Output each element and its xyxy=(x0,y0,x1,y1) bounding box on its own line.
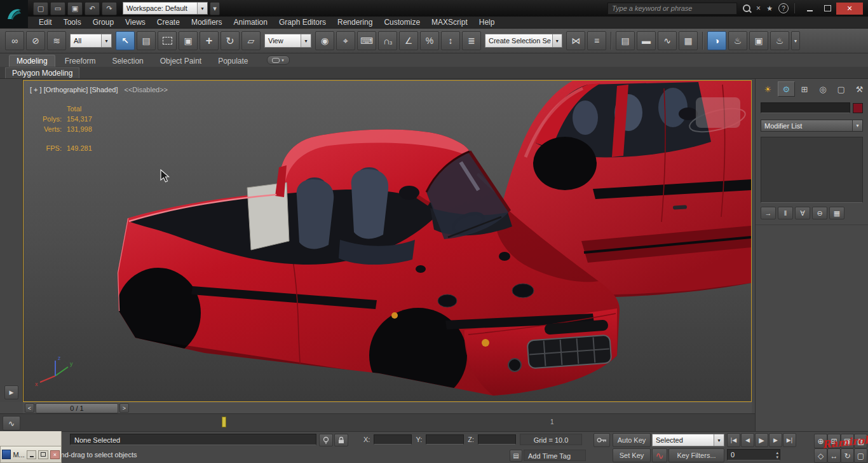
show-end-result-button[interactable]: ‖ xyxy=(778,207,793,219)
x-coordinate-field[interactable] xyxy=(374,434,412,445)
save-file-button[interactable]: ▣ xyxy=(67,2,83,15)
previous-frame-button[interactable]: ◀ xyxy=(741,433,754,447)
go-to-end-button[interactable]: ▶| xyxy=(783,433,796,447)
polygon-modeling-tab[interactable]: Polygon Modeling xyxy=(5,67,79,78)
angle-snap-button[interactable]: ∠ xyxy=(399,31,418,50)
unlink-selection-button[interactable]: ⊘ xyxy=(26,31,45,50)
open-file-button[interactable]: ▭ xyxy=(50,2,65,15)
select-and-manipulate-button[interactable]: ⌖ xyxy=(336,31,355,50)
tab-hierarchy[interactable]: ⊞ xyxy=(796,81,813,97)
tab-display[interactable]: ▢ xyxy=(832,81,850,97)
prompt-history-button[interactable]: ▤ xyxy=(510,450,522,462)
viewport-label[interactable]: [ + ] [Orthographic] [Shaded] xyxy=(30,86,118,93)
render-setup-button[interactable]: ♨ xyxy=(728,31,747,50)
frame-spinner-up-icon[interactable]: ▴ xyxy=(776,450,778,455)
favorites-star-icon[interactable]: ★ xyxy=(766,4,773,13)
named-selection-set-dropdown[interactable]: Create Selection Se ▾ xyxy=(485,34,562,48)
mini-minimize-button[interactable] xyxy=(27,450,36,459)
track-bar-key[interactable] xyxy=(222,417,226,427)
remove-modifier-button[interactable]: ⊖ xyxy=(812,207,827,219)
selection-lock-button[interactable] xyxy=(334,434,348,446)
menu-maxscript[interactable]: MAXScript xyxy=(426,17,473,28)
configure-modifier-sets-button[interactable]: ▦ xyxy=(829,207,844,219)
ribbon-tab-populate[interactable]: Populate xyxy=(211,55,255,67)
curve-editor-button[interactable]: ∿ xyxy=(658,31,677,50)
redo-button[interactable]: ↷ xyxy=(102,2,117,15)
bind-to-space-warp-button[interactable]: ≋ xyxy=(47,31,66,50)
isolate-selection-button[interactable] xyxy=(319,434,333,446)
minimize-button[interactable] xyxy=(801,3,818,15)
render-production-button[interactable]: ♨ xyxy=(770,31,789,50)
orbit-button[interactable]: ↻ xyxy=(841,448,854,463)
play-button[interactable]: ▶ xyxy=(755,433,768,447)
ribbon-tab-modeling[interactable]: Modeling xyxy=(9,55,55,67)
ribbon-toggle-button[interactable]: ▬ xyxy=(637,31,656,50)
add-time-tag-button[interactable]: Add Time Tag xyxy=(524,450,586,461)
z-coordinate-field[interactable] xyxy=(478,434,516,445)
menu-modifiers[interactable]: Modifiers xyxy=(186,17,228,28)
snap-toggle-button[interactable]: ∩ 3 xyxy=(378,31,397,50)
clear-search-icon[interactable]: × xyxy=(756,4,761,13)
workspace-flyout-button[interactable]: ▾ xyxy=(210,2,220,15)
frame-spinner-down-icon[interactable]: ▾ xyxy=(776,455,778,459)
new-file-button[interactable]: ▢ xyxy=(33,2,48,15)
align-button[interactable]: ≡ xyxy=(587,31,606,50)
tab-create[interactable]: ☀ xyxy=(759,81,776,97)
minimized-window-titlebar[interactable]: M... × xyxy=(0,446,62,463)
selection-filter-dropdown[interactable]: All ▾ xyxy=(70,34,112,48)
viewport[interactable]: [ + ] [Orthographic] [Shaded] <<Disabled… xyxy=(23,80,752,402)
menu-help[interactable]: Help xyxy=(473,17,501,28)
help-icon[interactable]: ? xyxy=(778,3,789,13)
current-frame-field[interactable]: 0 ▴ ▾ xyxy=(727,449,780,460)
select-and-move-button[interactable]: + xyxy=(200,31,219,50)
mini-close-button[interactable]: × xyxy=(50,450,60,459)
make-unique-button[interactable]: ∀ xyxy=(795,207,810,219)
maximize-viewport-button[interactable]: ▢ xyxy=(854,448,867,463)
select-by-name-button[interactable]: ▤ xyxy=(137,31,156,50)
menu-animation[interactable]: Animation xyxy=(228,17,273,28)
menu-tools[interactable]: Tools xyxy=(58,17,87,28)
reference-coordinate-dropdown[interactable]: View ▾ xyxy=(264,34,311,48)
ribbon-tab-selection[interactable]: Selection xyxy=(105,55,150,67)
layer-manager-button[interactable]: ▤ xyxy=(616,31,635,50)
tab-modify[interactable]: ⚙ xyxy=(778,81,795,97)
modifier-stack[interactable] xyxy=(761,137,863,203)
select-and-scale-button[interactable]: ▱ xyxy=(241,31,261,50)
object-name-field[interactable] xyxy=(761,102,850,113)
go-to-start-button[interactable]: |◀ xyxy=(727,433,740,447)
previous-frame-arrow[interactable]: < xyxy=(25,403,34,413)
pin-stack-button[interactable]: → xyxy=(761,207,776,219)
field-of-view-button[interactable]: ◇ xyxy=(814,448,827,463)
next-frame-arrow[interactable]: > xyxy=(119,403,129,413)
mini-curve-editor-button[interactable]: ∿ xyxy=(3,416,20,431)
set-key-mode-button[interactable] xyxy=(593,433,610,447)
spinner-snap-button[interactable]: ↕ xyxy=(441,31,460,50)
menu-graph-editors[interactable]: Graph Editors xyxy=(273,17,332,28)
mirror-button[interactable]: ⋈ xyxy=(566,31,585,50)
undo-button[interactable]: ↶ xyxy=(85,2,100,15)
search-input[interactable] xyxy=(607,3,737,15)
pan-button[interactable]: ↔ xyxy=(827,448,841,463)
material-editor-button[interactable]: ◑ xyxy=(707,31,726,50)
menu-rendering[interactable]: Rendering xyxy=(332,17,378,28)
menu-group[interactable]: Group xyxy=(87,17,119,28)
key-filters-button[interactable]: Key Filters... xyxy=(668,448,724,462)
modifier-list-dropdown[interactable]: Modifier List ▾ xyxy=(761,120,863,132)
select-and-link-button[interactable]: ∞ xyxy=(5,31,24,50)
app-logo[interactable] xyxy=(0,0,28,28)
select-and-rotate-button[interactable]: ↻ xyxy=(220,31,240,50)
schematic-view-button[interactable]: ▦ xyxy=(679,31,698,50)
time-slider-handle[interactable]: 0 / 1 xyxy=(36,403,118,413)
render-flyout-button[interactable]: ▾ xyxy=(791,31,800,50)
select-object-button[interactable]: ↖ xyxy=(116,31,135,50)
close-button[interactable]: × xyxy=(836,3,863,15)
search-icon[interactable] xyxy=(743,4,750,12)
menu-views[interactable]: Views xyxy=(119,17,151,28)
auto-key-button[interactable]: Auto Key xyxy=(613,433,651,447)
mini-restore-button[interactable] xyxy=(38,450,48,459)
track-bar[interactable]: ∿ 1 xyxy=(0,413,755,431)
next-frame-button[interactable]: ▶ xyxy=(769,433,782,447)
rendered-frame-window-button[interactable]: ▣ xyxy=(749,31,768,50)
percent-snap-button[interactable]: % xyxy=(420,31,439,50)
tab-utilities[interactable]: ⚒ xyxy=(851,81,868,97)
